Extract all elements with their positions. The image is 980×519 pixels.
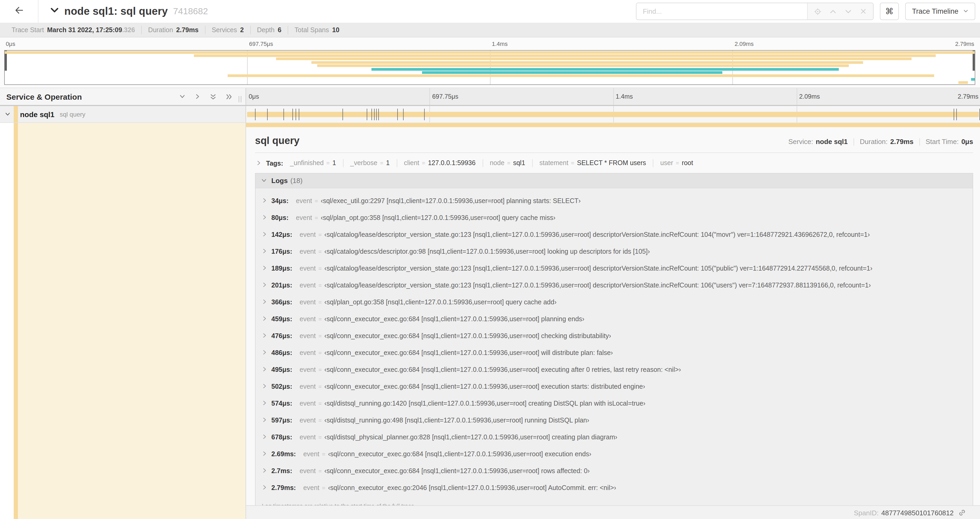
span-duration-bar[interactable] bbox=[247, 112, 979, 117]
meta-value: 2.79ms bbox=[890, 138, 913, 145]
find-input[interactable] bbox=[636, 3, 807, 19]
chevron-down-icon bbox=[50, 6, 59, 17]
deep-link-icon[interactable] bbox=[958, 509, 966, 516]
log-row[interactable]: 2.7ms:event=‹sql/conn_executor_exec.go:6… bbox=[256, 463, 973, 479]
log-row[interactable]: 459μs:event=‹sql/conn_executor_exec.go:6… bbox=[256, 311, 973, 327]
time-tick-label: 1.4ms bbox=[492, 41, 508, 47]
meta-label: Duration: bbox=[860, 138, 888, 145]
log-row[interactable]: 201μs:event=‹sql/catalog/lease/descripto… bbox=[256, 277, 973, 294]
log-marker-tick bbox=[425, 109, 425, 120]
log-marker-tick bbox=[954, 109, 954, 120]
log-row[interactable]: 597μs:event=‹sql/distsql_running.go:498 … bbox=[256, 412, 973, 429]
trace-minimap: 0μs697.75μs1.4ms2.09ms2.79ms bbox=[0, 37, 980, 88]
header-actions: ⌘ Trace Timeline bbox=[636, 3, 975, 20]
minimap-span-bar bbox=[317, 64, 849, 67]
log-timestamp: 366μs: bbox=[271, 299, 292, 306]
log-marker-tick bbox=[956, 109, 957, 120]
minimap-tick-labels: 0μs697.75μs1.4ms2.09ms2.79ms bbox=[4, 39, 975, 50]
span-detail-title: sql query bbox=[255, 135, 299, 147]
log-field-value: ‹sql/distsql_running.go:1420 [nsql1,clie… bbox=[324, 400, 646, 407]
log-field-key: event bbox=[299, 383, 316, 390]
span-detail-meta-item: Duration:2.79ms bbox=[860, 138, 913, 145]
back-button[interactable] bbox=[0, 0, 38, 23]
log-row[interactable]: 176μs:event=‹sql/catalog/descs/descripto… bbox=[256, 243, 973, 260]
log-row[interactable]: 142μs:event=‹sql/catalog/lease/descripto… bbox=[256, 226, 973, 243]
tag-key: statement bbox=[539, 159, 568, 167]
log-row[interactable]: 678μs:event=‹sql/distsql_physical_planne… bbox=[256, 429, 973, 446]
ruler-gridline bbox=[430, 88, 430, 105]
log-row[interactable]: 502μs:event=‹sql/conn_executor_exec.go:6… bbox=[256, 378, 973, 395]
log-marker-tick bbox=[397, 109, 398, 120]
minimap-span-bar bbox=[194, 54, 936, 57]
time-tick-label: 2.79ms bbox=[955, 41, 974, 47]
summary-value: 2.79ms bbox=[176, 26, 199, 34]
chevron-right-icon[interactable] bbox=[194, 93, 201, 100]
collapse-controls bbox=[179, 93, 232, 100]
tags-accordion[interactable]: Tags: _unfinished=1_verbose=1client=127.… bbox=[255, 158, 973, 173]
time-tick-label: 697.75μs bbox=[249, 41, 273, 47]
keyboard-shortcuts-button[interactable]: ⌘ bbox=[880, 3, 899, 20]
log-row[interactable]: 189μs:event=‹sql/catalog/lease/descripto… bbox=[256, 260, 973, 277]
equals-sign: = bbox=[315, 215, 318, 221]
chevron-down-icon bbox=[963, 7, 969, 15]
chevron-right-icon bbox=[262, 484, 267, 492]
log-field-value: ‹sql/conn_executor_exec.go:684 [nsql1,cl… bbox=[324, 467, 590, 475]
minimap-left-handle[interactable] bbox=[5, 51, 7, 71]
log-row[interactable]: 2.69ms:event=‹sql/conn_executor_exec.go:… bbox=[256, 446, 973, 463]
chevron-down-icon[interactable] bbox=[5, 111, 11, 117]
prev-match-icon[interactable] bbox=[829, 8, 837, 15]
tag-value: sql1 bbox=[513, 159, 525, 167]
trace-collapse-toggle[interactable] bbox=[50, 6, 59, 17]
log-timestamp: 201μs: bbox=[271, 282, 292, 289]
log-row[interactable]: 34μs:event=‹sql/exec_util.go:2297 [nsql1… bbox=[256, 193, 973, 209]
log-field-value: ‹sql/catalog/descs/descriptor.go:98 [nsq… bbox=[324, 248, 650, 255]
equals-sign: = bbox=[315, 198, 318, 204]
find-group bbox=[636, 3, 873, 20]
log-row[interactable]: 574μs:event=‹sql/distsql_running.go:1420… bbox=[256, 395, 973, 412]
chevron-right-icon bbox=[262, 214, 267, 222]
log-row[interactable]: 366μs:event=‹sql/plan_opt.go:358 [nsql1,… bbox=[256, 294, 973, 311]
logs-header[interactable]: Logs (18) bbox=[256, 174, 973, 188]
minimap-span-bar bbox=[5, 51, 975, 54]
logs-accordion: Logs (18) 34μs:event=‹sql/exec_util.go:2… bbox=[255, 173, 973, 515]
log-field-value: ‹sql/distsql_running.go:498 [nsql1,clien… bbox=[324, 417, 589, 424]
log-row[interactable]: 80μs:event=‹sql/plan_opt.go:358 [nsql1,c… bbox=[256, 209, 973, 226]
log-timestamp: 574μs: bbox=[271, 400, 292, 407]
log-row[interactable]: 2.79ms:event=‹sql/conn_executor_exec.go:… bbox=[256, 479, 973, 496]
trace-view-selector[interactable]: Trace Timeline bbox=[905, 3, 975, 20]
column-resizer-handle[interactable] bbox=[239, 96, 241, 102]
tag-key: user bbox=[660, 159, 673, 167]
span-name-cell[interactable]: node sql1 sql query bbox=[0, 106, 246, 123]
meta-value: node sql1 bbox=[816, 138, 848, 145]
ruler-tick-label: 697.75μs bbox=[432, 93, 458, 100]
double-chevron-down-icon[interactable] bbox=[210, 93, 216, 100]
log-field-key: event bbox=[299, 366, 316, 374]
log-timestamp: 189μs: bbox=[271, 265, 292, 272]
log-field-value: ‹sql/catalog/lease/descriptor_version_st… bbox=[324, 282, 871, 289]
next-match-icon[interactable] bbox=[845, 8, 852, 15]
log-marker-tick bbox=[374, 109, 374, 120]
log-field-key: event bbox=[299, 332, 316, 340]
timeline-header-row: Service & Operation 0μs697.7 bbox=[0, 88, 980, 106]
minimap-span-bar bbox=[228, 75, 934, 77]
minimap-canvas[interactable] bbox=[4, 50, 975, 85]
minimap-right-handle[interactable] bbox=[973, 51, 975, 71]
log-row[interactable]: 486μs:event=‹sql/conn_executor_exec.go:6… bbox=[256, 345, 973, 361]
clear-find-icon[interactable] bbox=[860, 8, 867, 15]
log-field-value: ‹sql/conn_executor_exec.go:684 [nsql1,cl… bbox=[324, 366, 681, 374]
double-chevron-right-icon[interactable] bbox=[226, 93, 232, 100]
focus-match-icon[interactable] bbox=[814, 8, 821, 15]
minimap-span-bar bbox=[371, 68, 839, 70]
equals-sign: = bbox=[422, 159, 425, 167]
meta-label: Service: bbox=[788, 138, 813, 145]
log-row[interactable]: 495μs:event=‹sql/conn_executor_exec.go:6… bbox=[256, 361, 973, 378]
log-row[interactable]: 476μs:event=‹sql/conn_executor_exec.go:6… bbox=[256, 327, 973, 345]
chevron-right-icon bbox=[262, 299, 267, 306]
divider bbox=[255, 152, 973, 153]
log-timestamp: 476μs: bbox=[271, 332, 292, 340]
chevron-right-icon bbox=[262, 248, 267, 255]
chevron-down-icon[interactable] bbox=[179, 93, 186, 100]
equals-sign: = bbox=[318, 400, 322, 407]
equals-sign: = bbox=[380, 159, 383, 167]
equals-sign: = bbox=[318, 316, 322, 322]
